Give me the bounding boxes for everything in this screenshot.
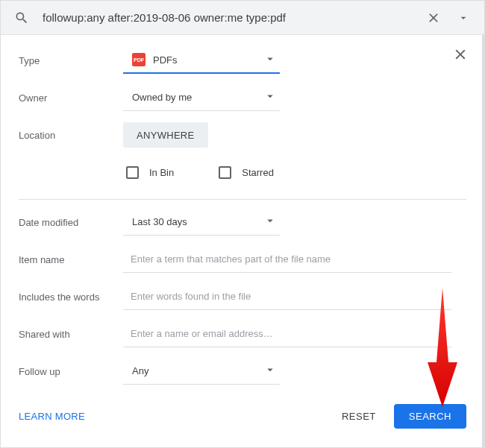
- owner-value: Owned by me: [132, 92, 192, 103]
- pdf-icon: PDF: [132, 53, 146, 66]
- search-icon: [13, 9, 31, 27]
- chevron-down-icon: [263, 363, 277, 379]
- clear-search-icon[interactable]: [425, 9, 442, 27]
- location-label: Location: [19, 130, 123, 141]
- divider: [19, 199, 466, 200]
- chevron-down-icon: [263, 214, 277, 230]
- search-input[interactable]: [37, 11, 419, 24]
- shared-with-input[interactable]: [123, 321, 451, 347]
- owner-label: Owner: [19, 92, 123, 104]
- includes-words-input[interactable]: [123, 283, 451, 310]
- starred-label: Starred: [242, 167, 274, 178]
- item-name-input[interactable]: [123, 246, 451, 273]
- scrollbar[interactable]: [482, 35, 484, 447]
- shared-with-label: Shared with: [19, 329, 123, 340]
- in-bin-label: In Bin: [149, 167, 174, 178]
- date-modified-label: Date modified: [19, 217, 123, 228]
- type-dropdown[interactable]: PDF PDFs: [123, 47, 280, 74]
- date-modified-value: Last 30 days: [132, 216, 187, 227]
- follow-up-label: Follow up: [19, 366, 123, 377]
- checkbox-icon: [126, 166, 139, 179]
- follow-up-dropdown[interactable]: Any: [123, 358, 280, 385]
- advanced-search-panel: Type PDF PDFs Owner Owned by me Location…: [1, 35, 484, 389]
- follow-up-value: Any: [132, 365, 148, 376]
- chevron-down-icon: [263, 89, 277, 105]
- checkbox-icon: [219, 166, 231, 179]
- date-modified-dropdown[interactable]: Last 30 days: [123, 209, 280, 236]
- in-bin-checkbox[interactable]: In Bin: [126, 166, 174, 179]
- search-bar: [1, 1, 484, 35]
- search-button[interactable]: SEARCH: [394, 404, 466, 429]
- type-value: PDFs: [153, 54, 178, 66]
- location-chip[interactable]: ANYWHERE: [123, 122, 208, 148]
- learn-more-link[interactable]: LEARN MORE: [19, 411, 85, 422]
- footer: LEARN MORE RESET SEARCH: [1, 391, 484, 442]
- starred-checkbox[interactable]: Starred: [219, 166, 274, 179]
- chevron-down-icon: [263, 52, 277, 68]
- owner-dropdown[interactable]: Owned by me: [123, 84, 280, 111]
- includes-words-label: Includes the words: [19, 291, 123, 303]
- type-label: Type: [19, 55, 123, 66]
- reset-button[interactable]: RESET: [334, 405, 384, 428]
- close-panel-button[interactable]: [451, 45, 469, 63]
- search-options-dropdown-icon[interactable]: [454, 9, 472, 27]
- item-name-label: Item name: [19, 254, 123, 265]
